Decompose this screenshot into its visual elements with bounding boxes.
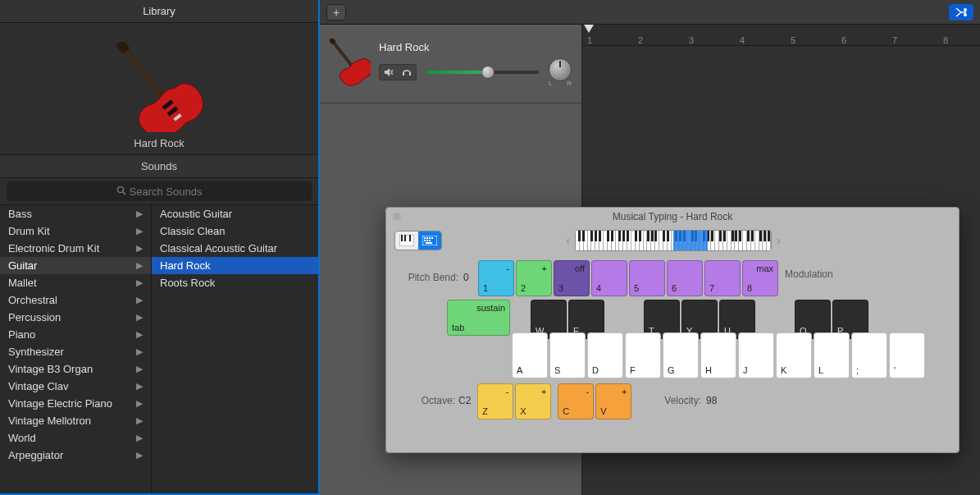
white-key[interactable]: S — [549, 332, 586, 378]
pitch-bend-label: Pitch Bend: — [398, 260, 463, 283]
preset-item[interactable]: Classical Acoustic Guitar — [152, 240, 318, 257]
preset-list[interactable]: Acoustic GuitarClassic CleanClassical Ac… — [152, 205, 318, 493]
svg-rect-18 — [409, 235, 411, 241]
modulation-key[interactable]: 4 — [591, 260, 627, 296]
modulation-key[interactable]: +2 — [516, 260, 552, 296]
category-item[interactable]: Guitar▶ — [0, 257, 151, 274]
modulation-key[interactable]: 5 — [629, 260, 665, 296]
svg-rect-27 — [426, 242, 432, 244]
white-key[interactable]: K — [776, 332, 812, 378]
octave-right-chevron-icon[interactable]: › — [777, 234, 781, 247]
svg-rect-21 — [426, 237, 428, 239]
ruler[interactable]: 12345678 — [582, 25, 980, 46]
ruler-tick: 4 — [740, 35, 745, 45]
velocity-label: Velocity: — [664, 383, 706, 406]
sustain-key[interactable]: sustain tab — [447, 300, 510, 336]
chevron-right-icon: ▶ — [136, 450, 143, 461]
category-item[interactable]: Piano▶ — [0, 326, 151, 343]
chevron-right-icon: ▶ — [136, 433, 143, 443]
chevron-right-icon: ▶ — [136, 312, 143, 323]
category-item[interactable]: Synthesizer▶ — [0, 343, 151, 360]
category-list[interactable]: Bass▶Drum Kit▶Electronic Drum Kit▶Guitar… — [0, 205, 152, 493]
white-key[interactable]: ; — [851, 332, 887, 378]
category-item[interactable]: Electronic Drum Kit▶ — [0, 240, 151, 257]
close-icon[interactable] — [393, 213, 401, 221]
chevron-right-icon: ▶ — [136, 209, 143, 219]
track-row[interactable]: Hard Rock LR — [320, 25, 581, 103]
category-item[interactable]: Orchestral▶ — [0, 291, 151, 309]
modulation-key[interactable]: -1 — [478, 260, 514, 296]
ruler-tick: 2 — [638, 35, 643, 45]
window-titlebar[interactable]: Musical Typing - Hard Rock — [386, 208, 959, 226]
ruler-tick: 6 — [841, 35, 846, 45]
category-item[interactable]: Percussion▶ — [0, 309, 151, 326]
white-key[interactable]: L — [814, 332, 850, 378]
category-item[interactable]: Vintage Mellotron▶ — [0, 412, 151, 429]
preset-item[interactable]: Hard Rock — [152, 257, 318, 274]
ruler-tick: 3 — [689, 35, 694, 45]
pitch-bend-value: 0 — [463, 260, 478, 283]
svg-point-5 — [117, 186, 123, 192]
category-item[interactable]: Vintage B3 Organ▶ — [0, 360, 151, 378]
ruler-tick: 1 — [587, 35, 592, 45]
category-item[interactable]: Vintage Clav▶ — [0, 378, 151, 395]
modulation-key[interactable]: 6 — [667, 260, 703, 296]
velocity-value: 98 — [706, 383, 717, 406]
musical-typing-window[interactable]: Musical Typing - Hard Rock ‹ › Pitch Ben… — [385, 207, 959, 453]
preset-item[interactable]: Acoustic Guitar — [152, 205, 318, 222]
category-item[interactable]: Mallet▶ — [0, 274, 151, 291]
svg-rect-14 — [409, 72, 411, 76]
white-key[interactable]: H — [700, 332, 736, 378]
mini-keyboard[interactable] — [575, 230, 772, 251]
modulation-label: Modulation — [778, 260, 833, 280]
category-item[interactable]: Bass▶ — [0, 205, 151, 222]
split-regions-button[interactable] — [949, 4, 973, 21]
keyboard-mode-toggle[interactable] — [394, 231, 442, 250]
svg-rect-16 — [401, 235, 403, 241]
add-track-button[interactable]: + — [326, 4, 346, 21]
chevron-right-icon: ▶ — [136, 295, 143, 305]
chevron-right-icon: ▶ — [136, 381, 143, 392]
preset-item[interactable]: Roots Rock — [152, 274, 318, 291]
octave-key[interactable]: -Z — [477, 383, 513, 419]
category-item[interactable]: Drum Kit▶ — [0, 222, 151, 240]
white-key[interactable]: D — [587, 332, 623, 378]
pan-knob[interactable] — [549, 58, 572, 81]
modulation-key[interactable]: max8 — [742, 260, 778, 296]
piano-mode-icon[interactable] — [395, 231, 418, 250]
search-bar[interactable]: Search Sounds — [0, 178, 318, 205]
white-key[interactable]: A — [512, 332, 548, 378]
svg-rect-17 — [404, 235, 406, 241]
category-item[interactable]: Arpeggiator▶ — [0, 447, 151, 464]
chevron-right-icon: ▶ — [136, 277, 143, 288]
mute-solo-toggle[interactable] — [379, 64, 417, 80]
svg-rect-20 — [424, 237, 426, 239]
ruler-tick: 8 — [943, 35, 948, 45]
octave-key[interactable]: +X — [515, 383, 551, 419]
white-key[interactable]: G — [663, 332, 699, 378]
playhead-icon[interactable] — [584, 25, 594, 33]
typing-mode-icon[interactable] — [418, 231, 441, 250]
mute-icon[interactable] — [380, 65, 398, 80]
modulation-key[interactable]: 7 — [704, 260, 741, 296]
white-key[interactable]: F — [625, 332, 661, 378]
octave-value: C2 — [455, 383, 477, 406]
preset-item[interactable]: Classic Clean — [152, 222, 318, 240]
chevron-right-icon: ▶ — [136, 415, 143, 426]
category-item[interactable]: Vintage Electric Piano▶ — [0, 395, 151, 412]
headphones-icon[interactable] — [398, 65, 416, 80]
chevron-right-icon: ▶ — [136, 329, 143, 340]
modulation-key[interactable]: off3 — [554, 260, 590, 296]
transpose-key[interactable]: +V — [595, 383, 631, 419]
category-item[interactable]: World▶ — [0, 429, 151, 447]
svg-rect-24 — [424, 240, 426, 241]
transpose-key[interactable]: -C — [558, 383, 594, 419]
guitar-icon — [102, 42, 217, 132]
window-title: Musical Typing - Hard Rock — [386, 211, 959, 222]
instrument-preview: Hard Rock — [0, 23, 318, 154]
white-key[interactable]: J — [738, 332, 774, 378]
svg-point-8 — [964, 13, 967, 16]
white-key[interactable]: ' — [889, 332, 925, 378]
volume-slider[interactable] — [426, 71, 539, 74]
octave-left-chevron-icon[interactable]: ‹ — [566, 234, 570, 247]
